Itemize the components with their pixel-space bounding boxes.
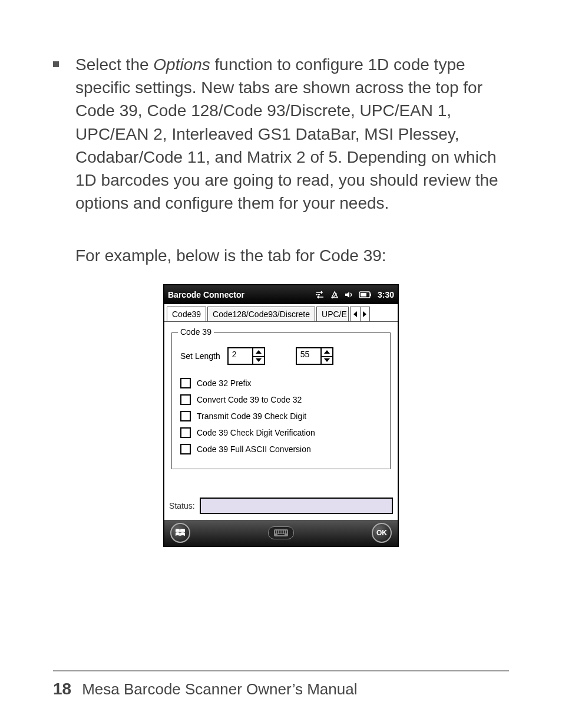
set-length-row: Set Length 2 55: [180, 347, 382, 365]
triangle-left-icon: [353, 311, 358, 317]
triangle-down-icon: [324, 358, 330, 362]
checkbox-row-transmit-check-digit: Transmit Code 39 Check Digit: [180, 411, 382, 421]
length-max-down-button[interactable]: [322, 356, 333, 365]
checkbox-row-code32-prefix: Code 32 Prefix: [180, 378, 382, 388]
code39-group: Code 39 Set Length 2 55: [171, 332, 391, 469]
svg-rect-15: [277, 531, 278, 532]
svg-marker-11: [324, 350, 330, 354]
length-min-down-button[interactable]: [253, 356, 265, 365]
bullet-square-icon: [53, 61, 59, 67]
text-pre: Select the: [75, 55, 153, 74]
manual-page: Select the Options function to configure…: [0, 0, 562, 728]
checkbox-row-convert: Convert Code 39 to Code 32: [180, 394, 382, 405]
svg-rect-17: [280, 531, 282, 532]
tab-scroll-buttons: [350, 307, 370, 321]
svg-rect-14: [275, 531, 276, 532]
svg-rect-1: [318, 294, 320, 295]
page-footer: 18 Mesa Barcode Scanner Owner’s Manual: [53, 670, 509, 699]
code39-panel: Code 39 Set Length 2 55: [164, 322, 398, 483]
tab-code128[interactable]: Code128/Code93/Discrete: [207, 307, 315, 321]
group-legend: Code 39: [178, 327, 214, 337]
window-title: Barcode Connector: [168, 290, 315, 299]
triangle-down-icon: [256, 358, 262, 362]
tab-scroll-right-button[interactable]: [360, 307, 369, 321]
triangle-right-icon: [362, 311, 367, 317]
checkbox-label: Code 39 Check Digit Verification: [197, 428, 315, 437]
connectivity-icon: [315, 291, 325, 299]
length-max-up-button[interactable]: [322, 347, 333, 356]
set-length-label: Set Length: [180, 351, 220, 361]
checkbox-full-ascii-conversion[interactable]: [180, 444, 191, 454]
tab-code39[interactable]: Code39: [167, 307, 206, 321]
checkbox-convert-code39-to-32[interactable]: [180, 394, 191, 405]
signal-icon: [330, 291, 339, 299]
svg-marker-7: [353, 311, 357, 317]
text-italic-options: Options: [153, 55, 210, 74]
triangle-up-icon: [256, 350, 262, 354]
svg-rect-21: [275, 532, 276, 533]
window-titlebar: Barcode Connector 3:30: [164, 285, 398, 304]
svg-marker-9: [256, 350, 262, 354]
checkbox-code32-prefix[interactable]: [180, 378, 191, 388]
tab-strip: Code39 Code128/Code93/Discrete UPC/E: [164, 304, 398, 322]
bullet-text: Select the Options function to configure…: [75, 53, 509, 215]
svg-rect-26: [284, 532, 285, 533]
sip-keyboard-button[interactable]: [268, 526, 294, 539]
keyboard-icon: [274, 529, 288, 536]
start-button[interactable]: [170, 523, 190, 543]
status-field: [200, 498, 393, 514]
svg-rect-22: [277, 532, 278, 533]
device-screenshot: Barcode Connector 3:30 Code39 Code128/C: [163, 284, 399, 547]
tab-scroll-left-button[interactable]: [351, 307, 360, 321]
svg-rect-5: [370, 294, 371, 296]
svg-rect-28: [277, 534, 285, 535]
paragraph-example: For example, below is the tab for Code 3…: [75, 244, 509, 267]
checkbox-label: Transmit Code 39 Check Digit: [197, 411, 306, 421]
svg-rect-0: [316, 294, 318, 295]
triangle-up-icon: [324, 350, 330, 354]
length-max-stepper[interactable]: 55: [296, 347, 333, 365]
svg-marker-8: [363, 311, 366, 317]
windows-flag-icon: [174, 527, 186, 539]
checkbox-row-full-ascii: Code 39 Full ASCII Conversion: [180, 444, 382, 454]
svg-rect-23: [279, 532, 280, 533]
battery-icon: [359, 291, 372, 298]
tab-upce[interactable]: UPC/E: [316, 307, 349, 321]
length-min-stepper[interactable]: 2: [227, 347, 265, 365]
length-min-up-button[interactable]: [253, 347, 265, 356]
status-icons: 3:30: [315, 290, 394, 299]
checkbox-transmit-check-digit[interactable]: [180, 411, 191, 421]
status-label: Status:: [169, 501, 195, 510]
bullet-paragraph: Select the Options function to configure…: [53, 53, 509, 215]
checkbox-check-digit-verification[interactable]: [180, 427, 191, 438]
svg-rect-24: [280, 532, 282, 533]
ok-button[interactable]: OK: [372, 523, 392, 543]
svg-rect-25: [282, 532, 283, 533]
svg-rect-16: [279, 531, 280, 532]
checkbox-label: Code 39 Full ASCII Conversion: [197, 444, 311, 454]
clock-text: 3:30: [378, 290, 394, 299]
page-number: 18: [53, 680, 71, 699]
status-row: Status:: [164, 498, 398, 520]
svg-rect-19: [284, 531, 285, 532]
length-min-value[interactable]: 2: [227, 347, 253, 365]
svg-marker-12: [324, 358, 330, 362]
svg-rect-18: [282, 531, 283, 532]
svg-marker-3: [345, 292, 349, 298]
volume-icon: [345, 291, 353, 299]
svg-rect-6: [361, 293, 366, 297]
checkbox-label: Code 32 Prefix: [197, 378, 252, 388]
svg-rect-27: [286, 532, 287, 533]
svg-marker-10: [256, 358, 262, 362]
svg-rect-20: [286, 531, 287, 532]
checkbox-row-check-digit-verification: Code 39 Check Digit Verification: [180, 427, 382, 438]
footer-title: Mesa Barcode Scanner Owner’s Manual: [82, 680, 357, 699]
ok-button-label: OK: [376, 529, 387, 537]
text-post: function to configure 1D code type speci…: [75, 55, 498, 212]
bottom-bar: OK: [164, 520, 398, 546]
length-max-value[interactable]: 55: [296, 347, 322, 365]
checkbox-label: Convert Code 39 to Code 32: [197, 395, 302, 404]
